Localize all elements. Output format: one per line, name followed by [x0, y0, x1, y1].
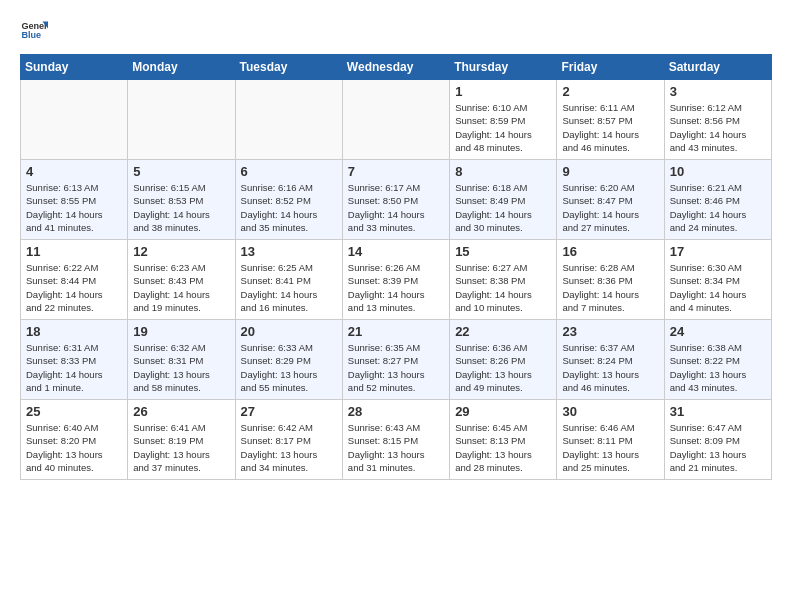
day-number: 18: [26, 324, 122, 339]
day-info: Sunrise: 6:22 AM Sunset: 8:44 PM Dayligh…: [26, 261, 122, 314]
day-info: Sunrise: 6:45 AM Sunset: 8:13 PM Dayligh…: [455, 421, 551, 474]
calendar-cell: 3Sunrise: 6:12 AM Sunset: 8:56 PM Daylig…: [664, 80, 771, 160]
day-info: Sunrise: 6:17 AM Sunset: 8:50 PM Dayligh…: [348, 181, 444, 234]
day-info: Sunrise: 6:31 AM Sunset: 8:33 PM Dayligh…: [26, 341, 122, 394]
weekday-header: Sunday: [21, 55, 128, 80]
day-info: Sunrise: 6:23 AM Sunset: 8:43 PM Dayligh…: [133, 261, 229, 314]
calendar-week-row: 18Sunrise: 6:31 AM Sunset: 8:33 PM Dayli…: [21, 320, 772, 400]
day-number: 24: [670, 324, 766, 339]
calendar-cell: [128, 80, 235, 160]
calendar-cell: 5Sunrise: 6:15 AM Sunset: 8:53 PM Daylig…: [128, 160, 235, 240]
calendar-cell: 21Sunrise: 6:35 AM Sunset: 8:27 PM Dayli…: [342, 320, 449, 400]
day-number: 7: [348, 164, 444, 179]
day-info: Sunrise: 6:13 AM Sunset: 8:55 PM Dayligh…: [26, 181, 122, 234]
logo-icon: General Blue: [20, 16, 48, 44]
calendar-table: SundayMondayTuesdayWednesdayThursdayFrid…: [20, 54, 772, 480]
day-number: 25: [26, 404, 122, 419]
day-number: 31: [670, 404, 766, 419]
logo: General Blue: [20, 16, 48, 44]
calendar-cell: 24Sunrise: 6:38 AM Sunset: 8:22 PM Dayli…: [664, 320, 771, 400]
day-number: 3: [670, 84, 766, 99]
calendar-cell: 7Sunrise: 6:17 AM Sunset: 8:50 PM Daylig…: [342, 160, 449, 240]
calendar-week-row: 25Sunrise: 6:40 AM Sunset: 8:20 PM Dayli…: [21, 400, 772, 480]
day-info: Sunrise: 6:20 AM Sunset: 8:47 PM Dayligh…: [562, 181, 658, 234]
calendar-cell: 9Sunrise: 6:20 AM Sunset: 8:47 PM Daylig…: [557, 160, 664, 240]
day-info: Sunrise: 6:35 AM Sunset: 8:27 PM Dayligh…: [348, 341, 444, 394]
calendar-cell: 23Sunrise: 6:37 AM Sunset: 8:24 PM Dayli…: [557, 320, 664, 400]
day-info: Sunrise: 6:32 AM Sunset: 8:31 PM Dayligh…: [133, 341, 229, 394]
weekday-header: Monday: [128, 55, 235, 80]
day-number: 16: [562, 244, 658, 259]
calendar-cell: 15Sunrise: 6:27 AM Sunset: 8:38 PM Dayli…: [450, 240, 557, 320]
day-number: 12: [133, 244, 229, 259]
calendar-cell: 12Sunrise: 6:23 AM Sunset: 8:43 PM Dayli…: [128, 240, 235, 320]
calendar-cell: 17Sunrise: 6:30 AM Sunset: 8:34 PM Dayli…: [664, 240, 771, 320]
day-info: Sunrise: 6:26 AM Sunset: 8:39 PM Dayligh…: [348, 261, 444, 314]
day-number: 27: [241, 404, 337, 419]
calendar-cell: 18Sunrise: 6:31 AM Sunset: 8:33 PM Dayli…: [21, 320, 128, 400]
day-number: 26: [133, 404, 229, 419]
day-info: Sunrise: 6:38 AM Sunset: 8:22 PM Dayligh…: [670, 341, 766, 394]
calendar-cell: 6Sunrise: 6:16 AM Sunset: 8:52 PM Daylig…: [235, 160, 342, 240]
calendar-week-row: 11Sunrise: 6:22 AM Sunset: 8:44 PM Dayli…: [21, 240, 772, 320]
day-info: Sunrise: 6:11 AM Sunset: 8:57 PM Dayligh…: [562, 101, 658, 154]
day-info: Sunrise: 6:43 AM Sunset: 8:15 PM Dayligh…: [348, 421, 444, 474]
day-number: 10: [670, 164, 766, 179]
calendar-cell: 10Sunrise: 6:21 AM Sunset: 8:46 PM Dayli…: [664, 160, 771, 240]
calendar-cell: 25Sunrise: 6:40 AM Sunset: 8:20 PM Dayli…: [21, 400, 128, 480]
calendar-cell: 13Sunrise: 6:25 AM Sunset: 8:41 PM Dayli…: [235, 240, 342, 320]
day-number: 9: [562, 164, 658, 179]
calendar-cell: 1Sunrise: 6:10 AM Sunset: 8:59 PM Daylig…: [450, 80, 557, 160]
calendar-cell: 30Sunrise: 6:46 AM Sunset: 8:11 PM Dayli…: [557, 400, 664, 480]
day-number: 19: [133, 324, 229, 339]
day-info: Sunrise: 6:18 AM Sunset: 8:49 PM Dayligh…: [455, 181, 551, 234]
header-row: SundayMondayTuesdayWednesdayThursdayFrid…: [21, 55, 772, 80]
day-number: 11: [26, 244, 122, 259]
day-number: 8: [455, 164, 551, 179]
day-number: 29: [455, 404, 551, 419]
weekday-header: Wednesday: [342, 55, 449, 80]
calendar-cell: 31Sunrise: 6:47 AM Sunset: 8:09 PM Dayli…: [664, 400, 771, 480]
calendar-cell: 14Sunrise: 6:26 AM Sunset: 8:39 PM Dayli…: [342, 240, 449, 320]
day-info: Sunrise: 6:25 AM Sunset: 8:41 PM Dayligh…: [241, 261, 337, 314]
calendar-cell: 8Sunrise: 6:18 AM Sunset: 8:49 PM Daylig…: [450, 160, 557, 240]
calendar-cell: 22Sunrise: 6:36 AM Sunset: 8:26 PM Dayli…: [450, 320, 557, 400]
day-info: Sunrise: 6:15 AM Sunset: 8:53 PM Dayligh…: [133, 181, 229, 234]
calendar-cell: 19Sunrise: 6:32 AM Sunset: 8:31 PM Dayli…: [128, 320, 235, 400]
day-number: 23: [562, 324, 658, 339]
day-info: Sunrise: 6:46 AM Sunset: 8:11 PM Dayligh…: [562, 421, 658, 474]
day-number: 5: [133, 164, 229, 179]
calendar-cell: 28Sunrise: 6:43 AM Sunset: 8:15 PM Dayli…: [342, 400, 449, 480]
day-info: Sunrise: 6:47 AM Sunset: 8:09 PM Dayligh…: [670, 421, 766, 474]
calendar-cell: 27Sunrise: 6:42 AM Sunset: 8:17 PM Dayli…: [235, 400, 342, 480]
calendar-cell: [21, 80, 128, 160]
svg-text:Blue: Blue: [21, 30, 41, 40]
day-info: Sunrise: 6:40 AM Sunset: 8:20 PM Dayligh…: [26, 421, 122, 474]
day-info: Sunrise: 6:30 AM Sunset: 8:34 PM Dayligh…: [670, 261, 766, 314]
calendar-cell: [342, 80, 449, 160]
day-number: 4: [26, 164, 122, 179]
day-number: 2: [562, 84, 658, 99]
calendar-cell: 26Sunrise: 6:41 AM Sunset: 8:19 PM Dayli…: [128, 400, 235, 480]
day-number: 17: [670, 244, 766, 259]
calendar-cell: 11Sunrise: 6:22 AM Sunset: 8:44 PM Dayli…: [21, 240, 128, 320]
day-info: Sunrise: 6:36 AM Sunset: 8:26 PM Dayligh…: [455, 341, 551, 394]
day-info: Sunrise: 6:28 AM Sunset: 8:36 PM Dayligh…: [562, 261, 658, 314]
day-info: Sunrise: 6:21 AM Sunset: 8:46 PM Dayligh…: [670, 181, 766, 234]
calendar-week-row: 1Sunrise: 6:10 AM Sunset: 8:59 PM Daylig…: [21, 80, 772, 160]
day-number: 21: [348, 324, 444, 339]
weekday-header: Saturday: [664, 55, 771, 80]
day-number: 22: [455, 324, 551, 339]
calendar-cell: 4Sunrise: 6:13 AM Sunset: 8:55 PM Daylig…: [21, 160, 128, 240]
day-info: Sunrise: 6:16 AM Sunset: 8:52 PM Dayligh…: [241, 181, 337, 234]
day-number: 30: [562, 404, 658, 419]
weekday-header: Friday: [557, 55, 664, 80]
day-number: 1: [455, 84, 551, 99]
day-info: Sunrise: 6:27 AM Sunset: 8:38 PM Dayligh…: [455, 261, 551, 314]
calendar-cell: 29Sunrise: 6:45 AM Sunset: 8:13 PM Dayli…: [450, 400, 557, 480]
day-info: Sunrise: 6:10 AM Sunset: 8:59 PM Dayligh…: [455, 101, 551, 154]
day-info: Sunrise: 6:42 AM Sunset: 8:17 PM Dayligh…: [241, 421, 337, 474]
calendar-cell: 2Sunrise: 6:11 AM Sunset: 8:57 PM Daylig…: [557, 80, 664, 160]
weekday-header: Thursday: [450, 55, 557, 80]
day-number: 15: [455, 244, 551, 259]
